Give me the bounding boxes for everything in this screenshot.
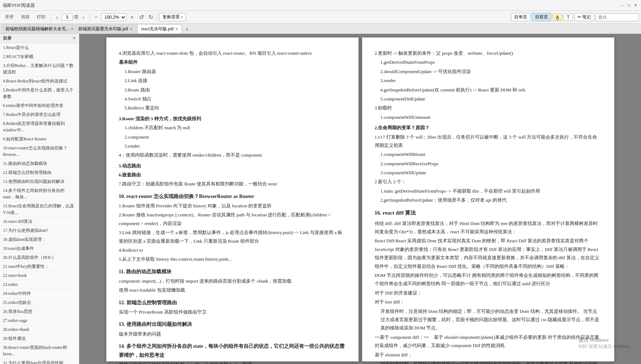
redirect-item: 5.Redirect 重定向: [119, 104, 346, 112]
tab-bar: 前端校招面试题精编解析大全无... ✕ 前端面试题墨无水印版.pdf ✕ rea…: [0, 24, 641, 34]
toolbar: 开开 另存 打印 ‹ /页 › − 100.2% 75% 125% 150% +…: [0, 11, 641, 24]
sidebar-item-11[interactable]: 11.路由的动态加载模块: [0, 159, 79, 168]
sidebar-item-28[interactable]: 28.redux-thunk: [0, 325, 79, 334]
sidebar-item-30[interactable]: 30.React-router里面的hash-router和brow...: [0, 343, 79, 359]
sidebar-item-7[interactable]: 7.Redux中异步的请求怎么处理: [0, 110, 79, 119]
sidebar-item-3[interactable]: 3.介绍Redux，主要解决什么问题？数据流程: [0, 61, 79, 77]
s13-text: 版本升级带来的问题: [119, 330, 346, 338]
sidebar-item-21[interactable]: 21.react中key的重要性：: [0, 262, 79, 271]
sidebar-item-14[interactable]: 14.多个组件之间如何拆分各自的state，每块...: [0, 186, 79, 202]
sidebar-item-10[interactable]: 10.react-router怎么实现路由切换？Browse...: [0, 144, 79, 159]
sidebar-item-1[interactable]: 1.React是什么: [0, 43, 79, 52]
render-item: 3.render: [119, 142, 346, 150]
sidebar-header: 目录 ✕: [0, 34, 79, 43]
tab-1[interactable]: 前端校招面试题精编解析大全无... ✕: [1, 24, 74, 33]
r-willupdate: 3.componentWillUpdate: [375, 168, 602, 177]
note-button[interactable]: ✏ 笔记: [574, 13, 594, 21]
zoom-select[interactable]: 100.2% 75% 125% 150%: [101, 13, 126, 21]
s16-tree-detail: 开发组件时，注意保持 Dom 结构的稳定；即，尽可能少的动态改变 Dom 结构，…: [375, 307, 602, 332]
sidebar-item-24[interactable]: 24.redux中间件: [0, 289, 79, 298]
zoom-in-button[interactable]: +: [128, 13, 136, 21]
sidebar-item-6[interactable]: 6.redux请求中间件如何处理并发: [0, 101, 79, 110]
sidebar-item-25[interactable]: 25.redux优缺点: [0, 298, 79, 307]
sidebar: 目录 ✕ 1.React是什么2.REACT全家桶3.介绍Redux，主要解决什…: [0, 34, 79, 364]
tab-2-close[interactable]: ✕: [130, 27, 133, 31]
sidebar-item-17[interactable]: 17.为什么使用虚拟dom?: [0, 226, 79, 235]
sidebar-item-29[interactable]: 29.组件通信: [0, 334, 79, 343]
sidebar-item-16[interactable]: 16.react diff算法: [0, 217, 79, 226]
title-bar: 福昕PDF阅读器 — □ ✕: [0, 0, 641, 11]
sidebar-item-19[interactable]: 19.react合成事件: [0, 244, 79, 253]
zoom-out-button[interactable]: −: [92, 13, 100, 21]
tab-1-close[interactable]: ✕: [71, 27, 74, 31]
sidebar-item-15[interactable]: 15.React生命周期及自己的理解，以及V16改...: [0, 202, 79, 217]
close-button[interactable]: ✕: [633, 3, 638, 8]
s10-item5: 5.从上下文中获取 history this.context.router.hi…: [119, 255, 346, 263]
sidebar-item-4[interactable]: 4.React-Redux到react组件的连接过: [0, 77, 79, 86]
pdf-page-left: 4.浏览器应用引入 react-router-dom 包，会自动引入 react…: [106, 37, 359, 361]
single-page-button[interactable]: 目单页: [511, 13, 530, 21]
next-page-button[interactable]: ›: [79, 13, 87, 21]
s16-dom-node: DOM 节点跨层级的操作特别少，可以忽略不计 拥有相同类的两个组件将会生成相似的…: [375, 271, 602, 288]
add-tab-button[interactable]: +: [183, 25, 191, 33]
s16-elem-diff: 基于 element diff：: [375, 351, 602, 359]
prev-page-button[interactable]: ‹: [53, 13, 61, 21]
tab-3[interactable]: react无水印版.pdf ✕: [137, 24, 182, 33]
search-input[interactable]: [596, 13, 639, 21]
rotate-button[interactable]: ↺: [137, 13, 145, 21]
maximize-button[interactable]: □: [627, 3, 632, 8]
sidebar-item-26[interactable]: 26.简述flux思想: [0, 307, 79, 316]
sidebar-item-31[interactable]: 31.为什么要用dom合理高些性能: [0, 359, 79, 364]
save-button[interactable]: 另存: [18, 13, 32, 21]
more-tools-button[interactable]: 更换背景 ›: [159, 13, 186, 21]
refresh-button[interactable]: ↻: [147, 13, 155, 21]
sidebar-item-18[interactable]: 18.虚拟dom实现原理：: [0, 235, 79, 244]
dynamic-route-heading: 5.动态路由: [119, 162, 346, 170]
minimize-button[interactable]: —: [620, 3, 625, 8]
app-title: 福昕PDF阅读器: [3, 2, 35, 9]
separator-2: [89, 14, 90, 21]
intro-text: 4.浏览器应用引入 react-router-dom 包，会自动引入 react…: [119, 49, 346, 57]
sidebar-item-27[interactable]: 27.redux-saga: [0, 316, 79, 325]
r-new-getderived: 1.static getDerivedStateFromProps -> 不能获…: [375, 187, 602, 195]
route-guard-text: 7.路由守卫：创建高阶组件包装 Route 使其具有权限判断功能，一般结合 st…: [119, 180, 346, 188]
sidebar-item-13[interactable]: 13.使用路由时出现问题如何解决: [0, 177, 79, 186]
content-area[interactable]: 4.浏览器应用引入 react-router-dom 包，会自动引入 react…: [79, 34, 641, 364]
sidebar-item-22[interactable]: 22.react-hook: [0, 271, 79, 280]
pdf-content-left: 4.浏览器应用引入 react-router-dom 包，会自动引入 react…: [119, 49, 346, 364]
r-shouldupdate: 2.shouldComponentUpdate -> 可优化组件渲染: [375, 67, 602, 76]
route-render-heading: 3.Route 渲染的 3 种方式，按优先级排列: [119, 114, 346, 123]
route-item: 3.Route 路由: [119, 86, 346, 94]
section11-heading: 11. 路由的动态加载模块: [119, 267, 346, 276]
sidebar-item-8[interactable]: 8.Redux状态管理器和变量挂载到window中...: [0, 119, 79, 135]
toolbar-right: 目单页 目双页 A̲ T ✏ 笔记: [511, 13, 639, 21]
section13-heading: 13. 使用路由时出现问题如何解决: [119, 320, 346, 329]
print-button[interactable]: 打印: [34, 13, 48, 21]
sidebar-item-23[interactable]: 23.redux: [0, 280, 79, 289]
link-item: 2.Link 连接: [119, 76, 346, 85]
sidebar-item-9[interactable]: 9.如何配置React-Router: [0, 135, 79, 144]
r-willreceive: 2.componentWillReceiveProps: [375, 159, 602, 168]
s16-tree-diff: 对于 tree diff：: [375, 298, 602, 306]
r-didupdate: 5.componentDidUpdate: [375, 95, 602, 103]
open-button[interactable]: 开开: [2, 13, 17, 21]
sidebar-item-2[interactable]: 2.REACT全家桶: [0, 52, 79, 61]
r-new2: 2 新引入 2 个：: [375, 177, 602, 186]
highlight-button[interactable]: A̲: [553, 14, 562, 21]
tab-3-close[interactable]: ✕: [175, 27, 178, 31]
r-render: 3.render: [375, 76, 602, 85]
r-getderived: 1.getDerivedStateFromProps: [375, 58, 602, 66]
r-snapshot: 4.getSnapshotBeforeUpdate(在 commit 前执行) …: [375, 86, 602, 94]
tab-2[interactable]: 前端面试题墨无水印版.pdf ✕: [74, 24, 137, 33]
s14-text: 每块小组件自己的状态放到私有 state 中，公共的才用 Redux 管理: [119, 360, 346, 364]
s11-item1: component: import(...)，打包时按 import 进来的路由…: [119, 277, 346, 285]
sidebar-item-20[interactable]: 20.什么是高阶组件（HOC）: [0, 253, 79, 262]
text-tool-button[interactable]: T: [564, 14, 573, 21]
double-page-button[interactable]: 目双页: [532, 13, 551, 21]
sidebar-item-12[interactable]: 12.前端怎么控制管理路由: [0, 168, 79, 177]
sidebar-close-button[interactable]: ✕: [72, 36, 76, 41]
router-item: 1.Router 路由器: [119, 67, 346, 76]
sidebar-item-5[interactable]: 5.Redux中间件是什么东西，接受几个参数: [0, 86, 79, 101]
page-number-input[interactable]: [62, 14, 72, 21]
nested-route-heading: 6.嵌套路由: [119, 171, 346, 179]
